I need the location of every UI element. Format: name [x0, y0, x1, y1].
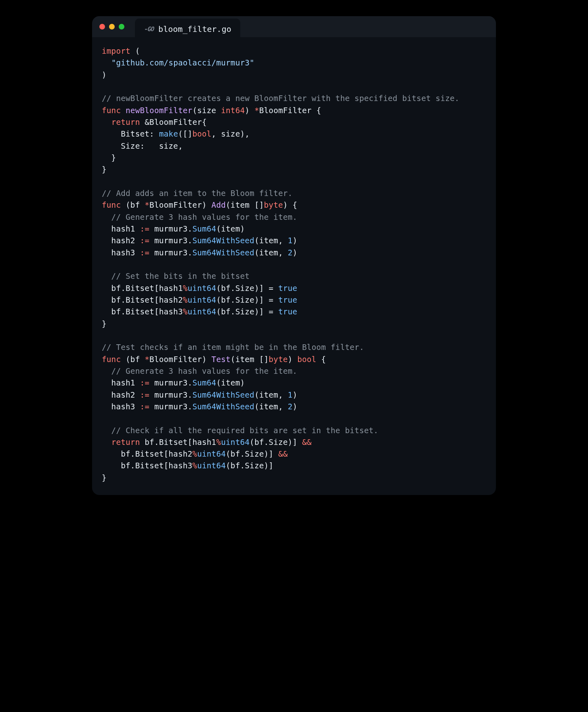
code-token: %	[192, 461, 197, 470]
code-token: bool	[297, 355, 316, 364]
code-token: newBloomFilter	[126, 106, 192, 115]
code-token: 1	[288, 236, 293, 245]
code-token: :=	[140, 390, 149, 400]
tab-title: bloom_filter.go	[158, 24, 231, 34]
code-token: %	[216, 438, 221, 447]
code-token: }	[102, 165, 107, 174]
code-token: Sum64WithSeed	[192, 390, 254, 400]
zoom-icon[interactable]	[119, 24, 124, 29]
code-token: func	[102, 200, 121, 210]
code-token: (bf.Size)]	[226, 449, 278, 459]
go-file-icon: -GO	[144, 25, 153, 33]
code-token: &&	[302, 438, 312, 447]
code-token: (item)	[216, 378, 245, 388]
code-token: Sum64WithSeed	[192, 248, 254, 257]
code-token: return	[111, 438, 140, 447]
code-token: BloomFilter)	[149, 200, 212, 210]
code-token: uint64	[197, 461, 226, 470]
code-token: %	[183, 307, 188, 316]
code-token: (bf.Size)]	[250, 438, 302, 447]
code-token: bf.Bitset[hash2	[102, 449, 192, 459]
code-token: Sum64	[192, 224, 216, 234]
minimize-icon[interactable]	[109, 24, 115, 29]
code-token: func	[102, 106, 121, 115]
code-token: bf.Bitset[hash3	[102, 307, 183, 316]
code-token: Sum64WithSeed	[192, 402, 254, 411]
code-token: (bf.Size)] =	[216, 307, 278, 316]
editor-window: -GO bloom_filter.go import ( "github.com…	[92, 16, 496, 495]
code-token: byte	[269, 355, 288, 364]
tab-bloom-filter[interactable]: -GO bloom_filter.go	[135, 19, 240, 40]
code-token: (item,	[254, 248, 288, 257]
code-token: (bf.Size)] =	[216, 295, 278, 305]
code-token: *	[254, 106, 259, 115]
code-token: :=	[140, 402, 149, 411]
code-comment: // Test checks if an item might be in th…	[102, 343, 364, 352]
code-token: return	[111, 118, 140, 127]
code-token	[102, 58, 111, 67]
code-token: func	[102, 355, 121, 364]
code-token: import	[102, 46, 130, 56]
code-token: hash1	[102, 378, 140, 388]
code-token: true	[278, 284, 297, 293]
code-token: :=	[140, 248, 149, 257]
code-token: (	[130, 46, 140, 56]
code-token: :=	[140, 224, 149, 234]
code-token: make	[159, 129, 178, 139]
code-token: 2	[288, 248, 293, 257]
code-token: Size: size,	[102, 141, 183, 151]
code-token: bf.Bitset[hash3	[102, 461, 192, 470]
code-token: murmur3.	[149, 248, 192, 257]
code-token: true	[278, 295, 297, 305]
code-token: }	[102, 473, 107, 482]
code-token: )	[102, 70, 107, 80]
code-token: (size	[192, 106, 221, 115]
code-token: uint64	[188, 307, 216, 316]
code-token: (bf	[121, 200, 145, 210]
code-token: , size),	[212, 129, 250, 139]
code-token: :=	[140, 236, 149, 245]
code-token: )	[292, 236, 297, 245]
code-token: bf.Bitset[hash1	[102, 284, 183, 293]
code-token: murmur3.	[149, 402, 192, 411]
titlebar: -GO bloom_filter.go	[92, 16, 496, 37]
code-token: hash2	[102, 236, 140, 245]
code-token: bf.Bitset[hash1	[140, 438, 216, 447]
code-token: uint64	[197, 449, 226, 459]
code-editor[interactable]: import ( "github.com/spaolacci/murmur3" …	[92, 37, 496, 495]
code-token	[102, 438, 111, 447]
code-token: )	[288, 355, 298, 364]
code-token: %	[192, 449, 197, 459]
code-token: Sum64	[192, 378, 216, 388]
code-token: }	[102, 153, 116, 162]
code-token: hash2	[102, 390, 140, 400]
code-token: (bf.Size)] =	[216, 284, 278, 293]
code-token: "github.com/spaolacci/murmur3"	[111, 58, 254, 67]
code-token: )	[292, 248, 297, 257]
code-token: Add	[212, 200, 226, 210]
code-token: bf.Bitset[hash2	[102, 295, 183, 305]
close-icon[interactable]	[99, 24, 105, 29]
code-comment: // Add adds an item to the Bloom filter.	[102, 189, 292, 198]
code-token: (item,	[254, 236, 288, 245]
code-token: murmur3.	[149, 224, 192, 234]
code-token: hash1	[102, 224, 140, 234]
code-token: BloomFilter)	[149, 355, 212, 364]
code-token: }	[102, 319, 107, 329]
code-token: uint64	[221, 438, 250, 447]
code-token: Bitset:	[102, 129, 159, 139]
code-token: )	[292, 390, 297, 400]
code-comment: // Check if all the required bits are se…	[102, 426, 378, 435]
code-token: {	[316, 355, 326, 364]
code-token: 1	[288, 390, 293, 400]
code-token: (bf.Size)]	[226, 461, 273, 470]
code-comment: // newBloomFilter creates a new BloomFil…	[102, 94, 460, 103]
code-token: Sum64WithSeed	[192, 236, 254, 245]
code-token: uint64	[188, 295, 216, 305]
code-token: )	[245, 106, 254, 115]
code-token: (item)	[216, 224, 245, 234]
code-token: &BloomFilter{	[140, 118, 206, 127]
code-token: 2	[288, 402, 293, 411]
code-token: ([]	[178, 129, 192, 139]
code-token: Test	[212, 355, 231, 364]
